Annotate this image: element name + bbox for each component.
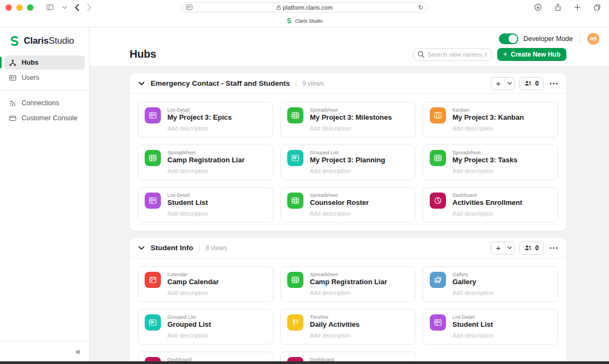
view-card-type: Timeline xyxy=(310,314,409,320)
view-card-title: Daily Activities xyxy=(310,320,409,328)
hub-members-button[interactable]: 0 xyxy=(519,77,544,90)
sidebar-item-label: Customer Console xyxy=(22,114,78,122)
view-card[interactable]: Spreadsheet Camp Registration Liar Add d… xyxy=(138,145,273,180)
add-view-button[interactable]: + xyxy=(491,78,505,90)
view-card[interactable]: Spreadsheet Camp Registration Liar Add d… xyxy=(280,266,416,302)
view-card-type: Gallery xyxy=(452,272,551,277)
hub-collapse-chevron-icon[interactable] xyxy=(138,81,145,86)
sidebar-divider xyxy=(0,90,89,91)
view-card-description[interactable]: Add description xyxy=(452,332,551,339)
view-card-type: Spreadsheet xyxy=(310,193,409,198)
hub-more-options-icon[interactable] xyxy=(549,247,559,249)
view-card-description[interactable]: Add description xyxy=(167,210,266,217)
view-card-description[interactable]: Add description xyxy=(310,125,409,132)
view-card[interactable]: Timeline Daily Activities Add descriptio… xyxy=(280,309,416,345)
sidebar-item-users[interactable]: Users xyxy=(4,71,85,85)
view-card-description[interactable]: Add description xyxy=(310,168,409,174)
sidebar-item-customer-console[interactable]: Customer Console xyxy=(4,111,85,125)
view-card[interactable]: Dashboard Activities Enrollment Add desc… xyxy=(423,187,558,223)
hub-members-count: 0 xyxy=(535,80,539,87)
view-card[interactable]: Spreadsheet My Project 3: Tasks Add desc… xyxy=(423,145,558,180)
console-icon xyxy=(9,114,17,122)
view-card-type: Grouped List xyxy=(167,314,266,320)
main-header: Developer Mode RB Hubs + Create New Hub xyxy=(90,28,609,66)
logo-studio: Studio xyxy=(49,36,74,46)
grouped-list-icon xyxy=(145,314,161,331)
lock-icon xyxy=(276,5,281,10)
grouped-list-icon xyxy=(287,150,303,166)
kanban-icon xyxy=(430,107,446,123)
create-new-hub-button[interactable]: + Create New Hub xyxy=(497,48,566,61)
sidebar-item-hubs[interactable]: Hubs xyxy=(4,56,85,70)
view-card-description[interactable]: Add description xyxy=(167,168,266,174)
minimize-window-icon[interactable] xyxy=(16,4,23,11)
view-card-description[interactable]: Add description xyxy=(167,125,266,132)
view-card-description[interactable]: Add description xyxy=(452,168,551,174)
view-card-title: My Project 3: Tasks xyxy=(452,156,551,164)
plus-icon: + xyxy=(503,50,508,58)
tab-overview-icon[interactable] xyxy=(593,3,601,12)
spreadsheet-icon xyxy=(287,272,303,288)
view-card-title: My Project 3: Milestones xyxy=(310,113,409,121)
view-card-title: Camp Calendar xyxy=(167,278,266,286)
avatar[interactable]: RB xyxy=(587,33,599,45)
collapse-sidebar-icon[interactable]: « xyxy=(76,347,80,356)
add-view-dropdown-icon[interactable] xyxy=(505,242,514,254)
view-card-description[interactable]: Add description xyxy=(452,125,551,132)
reload-icon[interactable]: ↻ xyxy=(418,4,423,11)
view-card-description[interactable]: Add description xyxy=(310,210,409,217)
downloads-icon[interactable] xyxy=(533,3,543,12)
view-card-title: My Project 3: Planning xyxy=(310,156,409,164)
search-icon xyxy=(417,51,425,60)
hub-members-button[interactable]: 0 xyxy=(519,242,544,255)
developer-mode-toggle[interactable] xyxy=(499,33,518,44)
view-card-type: List-Detail xyxy=(452,314,551,320)
hub-header: Student Info 8 views + 0 xyxy=(130,238,566,258)
hub-title: Emergency Contact - Staff and Students xyxy=(151,79,290,87)
view-card[interactable]: Spreadsheet My Project 3: Milestones Add… xyxy=(280,102,416,138)
add-view-button[interactable]: + xyxy=(491,242,505,254)
view-card-description[interactable]: Add description xyxy=(167,332,266,339)
view-card[interactable]: Calendar Camp Calendar Add description xyxy=(138,266,273,302)
users-icon xyxy=(9,74,17,82)
view-card-description[interactable]: Add description xyxy=(167,290,266,296)
view-card[interactable]: Dashboard Student Start Dates Add descri… xyxy=(138,352,273,361)
sidebar-item-connections[interactable]: Connections xyxy=(4,96,85,110)
reader-icon[interactable] xyxy=(186,3,193,12)
view-card-title: Gallery xyxy=(452,278,551,286)
window-bottom-edge xyxy=(0,361,609,364)
sidebar-footer: « xyxy=(0,341,89,361)
zoom-window-icon[interactable] xyxy=(27,4,33,11)
new-tab-icon[interactable] xyxy=(573,3,581,11)
view-card[interactable]: Spreadsheet Counselor Roster Add descrip… xyxy=(280,187,416,223)
back-icon[interactable] xyxy=(75,4,79,11)
view-card[interactable]: Gallery Gallery Add description xyxy=(423,266,558,302)
view-card-title: Camp Registration Liar xyxy=(167,156,266,164)
sidebar-item-label: Hubs xyxy=(22,59,38,66)
view-card-description[interactable]: Add description xyxy=(310,290,409,296)
add-view-dropdown-icon[interactable] xyxy=(505,78,514,90)
view-card-title: Counselor Roster xyxy=(310,198,409,207)
hub-icon xyxy=(9,59,17,67)
view-card-description[interactable]: Add description xyxy=(452,210,551,217)
view-card[interactable]: Grouped List My Project 3: Planning Add … xyxy=(280,145,416,180)
view-card[interactable]: Kanban My Project 3: Kanban Add descript… xyxy=(423,102,558,138)
share-icon[interactable] xyxy=(554,3,562,12)
view-card-description[interactable]: Add description xyxy=(310,332,409,339)
sidebar-toggle-icon[interactable] xyxy=(45,3,55,11)
view-card[interactable]: List-Detail Student List Add description xyxy=(423,309,558,345)
view-card[interactable]: Dashboard Student Allergies Add descript… xyxy=(280,352,416,361)
hub-collapse-chevron-icon[interactable] xyxy=(138,246,145,250)
tab-title-bar: Claris Studio xyxy=(0,15,609,28)
close-window-icon[interactable] xyxy=(5,4,12,11)
view-card-description[interactable]: Add description xyxy=(452,290,551,296)
chevron-down-icon[interactable] xyxy=(62,6,67,9)
view-card[interactable]: List-Detail Student List Add description xyxy=(138,187,273,223)
hub-more-options-icon[interactable] xyxy=(549,83,559,85)
members-icon xyxy=(524,244,532,251)
logo-claris: Claris xyxy=(24,36,49,46)
forward-icon[interactable] xyxy=(87,4,92,11)
address-bar[interactable]: platform.claris.com ↻ xyxy=(181,2,428,12)
view-card[interactable]: List-Detail My Project 3: Epics Add desc… xyxy=(138,102,273,138)
view-card[interactable]: Grouped List Grouped List Add descriptio… xyxy=(138,309,273,345)
